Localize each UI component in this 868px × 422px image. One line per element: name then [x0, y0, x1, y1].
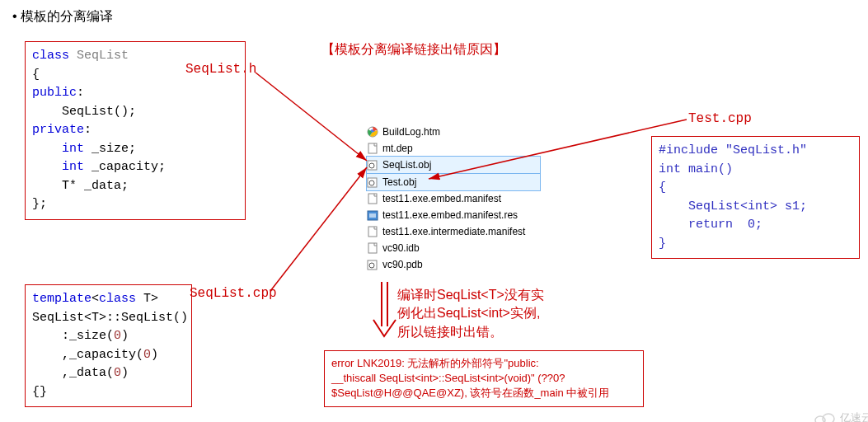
code-seqlist-cpp: template<class T> SeqList<T>::SeqList() … — [25, 284, 192, 407]
file-icon — [367, 209, 378, 221]
file-name: Test.obj — [382, 174, 416, 190]
svg-rect-5 — [368, 178, 377, 187]
file-item[interactable]: test11.exe.embed.manifest.res — [367, 207, 540, 223]
file-icon — [367, 159, 378, 171]
file-item[interactable]: BuildLog.htm — [367, 124, 540, 140]
svg-rect-12 — [368, 260, 377, 270]
code-test-cpp: #include "SeqList.h" int main() { SeqLis… — [651, 136, 860, 259]
svg-line-15 — [270, 167, 367, 291]
error-box: error LNK2019: 无法解析的外部符号"public: __thisc… — [324, 350, 644, 407]
page-title-text: 模板的分离编译 — [21, 9, 113, 23]
svg-rect-10 — [368, 227, 377, 237]
file-icon — [367, 259, 378, 270]
svg-point-6 — [369, 181, 374, 185]
svg-point-1 — [370, 129, 375, 134]
page-title: • 模板的分离编译 — [12, 8, 113, 26]
file-icon — [367, 242, 378, 254]
explanation-text: 编译时SeqList<T>没有实 例化出SeqList<int>实例, 所以链接… — [397, 286, 544, 341]
file-name: vc90.pdb — [382, 256, 423, 273]
file-name: test11.exe.embed.manifest.res — [382, 207, 518, 223]
svg-point-0 — [368, 127, 378, 137]
svg-rect-2 — [368, 143, 377, 153]
label-seqlist-h: SeqList.h — [185, 62, 256, 77]
svg-rect-11 — [368, 243, 377, 253]
file-item[interactable]: mt.dep — [367, 140, 540, 157]
file-name: test11.exe.intermediate.manifest — [382, 223, 525, 240]
label-test-cpp: Test.cpp — [688, 111, 752, 126]
svg-line-14 — [256, 73, 367, 161]
svg-point-13 — [369, 263, 374, 268]
svg-point-20 — [823, 414, 834, 422]
file-item[interactable]: SeqList.obj — [366, 156, 541, 174]
label-seqlist-cpp: SeqList.cpp — [190, 286, 277, 301]
svg-rect-3 — [368, 161, 377, 170]
file-item[interactable]: test11.exe.intermediate.manifest — [367, 223, 540, 240]
diagram-title: 【模板分离编译链接出错原因】 — [321, 41, 506, 59]
watermark-text: 亿速云 — [840, 411, 868, 422]
file-name: mt.dep — [382, 140, 413, 157]
svg-point-19 — [815, 416, 825, 422]
svg-rect-8 — [368, 211, 378, 220]
file-icon — [367, 143, 378, 154]
file-item[interactable]: vc90.pdb — [367, 256, 540, 273]
file-name: SeqList.obj — [382, 157, 431, 173]
file-name: BuildLog.htm — [382, 124, 440, 140]
file-icon — [367, 226, 378, 237]
file-icon — [367, 176, 378, 188]
file-name: vc90.idb — [382, 240, 420, 256]
svg-rect-7 — [368, 194, 377, 204]
file-list: BuildLog.htmmt.depSeqList.objTest.objtes… — [367, 124, 540, 273]
svg-point-4 — [369, 163, 374, 168]
file-name: test11.exe.embed.manifest — [382, 190, 501, 207]
watermark: 亿速云 — [812, 410, 868, 422]
svg-rect-9 — [369, 213, 376, 218]
file-item[interactable]: vc90.idb — [367, 240, 540, 256]
file-icon — [367, 126, 378, 138]
file-icon — [367, 193, 378, 204]
file-item[interactable]: test11.exe.embed.manifest — [367, 190, 540, 207]
file-item[interactable]: Test.obj — [366, 173, 541, 191]
